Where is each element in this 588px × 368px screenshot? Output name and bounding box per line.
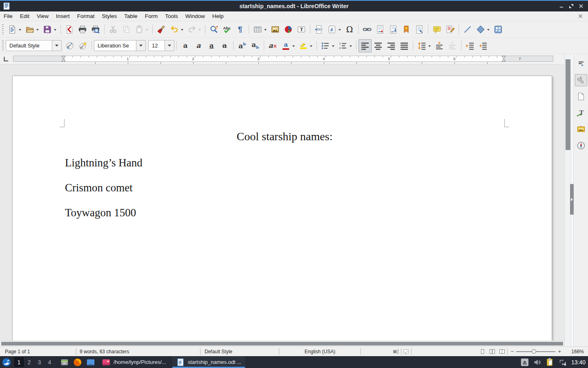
basic-shapes-dropdown[interactable] — [487, 29, 490, 32]
indent-increase-button[interactable] — [463, 39, 477, 52]
print-button[interactable] — [76, 23, 89, 36]
insert-cross-reference-button[interactable] — [413, 23, 426, 36]
print-preview-button[interactable] — [89, 23, 102, 36]
restore-icon[interactable] — [568, 3, 574, 9]
page-break-button[interactable] — [312, 23, 325, 36]
undo-button[interactable] — [168, 23, 185, 36]
page-number-status[interactable]: Page 1 of 1 — [0, 347, 76, 356]
track-changes-button[interactable] — [443, 23, 457, 36]
document-line[interactable]: Lightning’s Hand — [65, 157, 143, 169]
clipboard-icon[interactable] — [546, 358, 555, 367]
title-bar[interactable]: startship_names.odt - LibreOffice Writer — [0, 0, 588, 11]
insert-bookmark-button[interactable] — [400, 23, 413, 36]
font-size-dropdown[interactable] — [165, 40, 174, 51]
sidebar-hide-handle[interactable] — [570, 184, 574, 215]
font-color-dropdown[interactable] — [292, 45, 295, 48]
superscript-button[interactable]: ab — [236, 39, 249, 52]
align-right-button[interactable] — [385, 39, 398, 52]
indent-marker-icon[interactable] — [61, 56, 66, 62]
insert-footnote-button[interactable] — [374, 23, 387, 36]
right-indent-marker-icon[interactable] — [501, 56, 506, 62]
insert-chart-button[interactable] — [282, 23, 295, 36]
highlight-color-button[interactable] — [297, 39, 314, 52]
sidebar-settings-button[interactable] — [575, 58, 587, 70]
justify-button[interactable] — [398, 39, 411, 52]
italic-button[interactable]: a — [192, 39, 205, 52]
word-count-status[interactable]: 9 words, 63 characters — [76, 347, 200, 356]
save-button[interactable] — [41, 23, 58, 36]
tab-stop-selector-icon[interactable] — [3, 56, 9, 62]
eject-icon[interactable] — [520, 358, 529, 367]
menu-file[interactable]: File — [0, 12, 16, 20]
insert-comment-button[interactable] — [430, 23, 443, 36]
indent-decrease-button[interactable] — [477, 39, 490, 52]
font-name-dropdown[interactable] — [136, 40, 145, 51]
line-spacing-button[interactable] — [415, 39, 433, 52]
book-view-icon[interactable] — [497, 348, 507, 355]
subscript-button[interactable]: ab — [249, 39, 262, 52]
menu-help[interactable]: Help — [209, 12, 227, 20]
workspace-4[interactable]: 4 — [45, 357, 54, 367]
page-style-status[interactable]: Default Style — [200, 347, 279, 356]
workspace-3[interactable]: 3 — [35, 357, 44, 367]
spelling-button[interactable]: Abc — [220, 23, 234, 36]
font-size-combo[interactable]: 12 — [148, 40, 174, 51]
network-icon[interactable] — [558, 358, 567, 367]
menu-styles[interactable]: Styles — [98, 12, 121, 20]
zoom-in-icon[interactable]: + — [558, 348, 561, 355]
document-line[interactable]: Crismon comet — [65, 182, 133, 194]
toolbar-grip[interactable] — [2, 24, 4, 35]
multi-page-view-icon[interactable] — [488, 348, 497, 355]
insert-endnote-button[interactable] — [387, 23, 400, 36]
page-button[interactable] — [575, 90, 587, 103]
paragraph-style-combo[interactable]: Default Style — [6, 40, 62, 51]
export-pdf-button[interactable] — [63, 23, 76, 36]
document-title-line[interactable]: Cool starship names: — [65, 130, 504, 143]
zoom-out-icon[interactable]: − — [511, 348, 514, 355]
workspace-2[interactable]: 2 — [24, 357, 34, 367]
paragraph-style-dropdown[interactable] — [52, 40, 61, 51]
zoom-slider-knob[interactable] — [532, 349, 536, 354]
close-icon[interactable] — [578, 3, 584, 9]
insert-table-dropdown[interactable] — [264, 29, 267, 32]
font-name-combo[interactable]: Liberation Se — [94, 40, 146, 51]
update-style-button[interactable] — [63, 39, 76, 52]
display-icon[interactable] — [86, 357, 96, 367]
zoom-level[interactable]: 166% — [565, 349, 588, 355]
menu-format[interactable]: Format — [74, 12, 98, 20]
sidebar-splitter[interactable] — [571, 54, 573, 346]
line-spacing-dropdown[interactable] — [428, 45, 431, 48]
align-left-button[interactable] — [359, 39, 372, 52]
insert-hyperlink-button[interactable] — [361, 23, 374, 36]
numbered-list-dropdown[interactable] — [350, 45, 352, 48]
vertical-scrollbar-thumb[interactable] — [566, 59, 570, 150]
horizontal-ruler[interactable]: 1234567 — [0, 54, 564, 65]
bullet-list-button[interactable] — [319, 39, 336, 52]
insert-line-button[interactable] — [461, 23, 474, 36]
new-style-button[interactable] — [76, 39, 89, 52]
new-document-button[interactable] — [6, 23, 23, 36]
bullet-list-dropdown[interactable] — [332, 45, 334, 48]
taskbar-window-1[interactable]: /home/lynp/Pictures/... — [98, 356, 170, 368]
strikethrough-button[interactable]: a — [218, 39, 231, 52]
workspace-1[interactable]: 1 — [14, 357, 24, 367]
zoom-slider[interactable]: − + — [508, 348, 564, 355]
clear-formatting-button[interactable]: a× — [266, 39, 279, 52]
properties-button[interactable] — [575, 74, 587, 86]
minimize-icon[interactable] — [559, 3, 564, 9]
menu-window[interactable]: Window — [182, 12, 209, 20]
firefox-icon[interactable] — [73, 357, 82, 367]
menu-form[interactable]: Form — [141, 12, 162, 20]
gallery-button[interactable] — [575, 123, 587, 135]
open-dropdown[interactable] — [36, 29, 39, 32]
styles-button[interactable]: T — [575, 107, 587, 119]
horizontal-scrollbar[interactable] — [0, 341, 564, 346]
align-center-button[interactable] — [372, 39, 385, 52]
toolbar-grip[interactable] — [2, 40, 4, 51]
undo-dropdown[interactable] — [181, 29, 183, 32]
selection-mode-icon[interactable] — [401, 348, 411, 355]
insert-field-dropdown[interactable] — [339, 29, 341, 32]
document-line[interactable]: Toywagon 1500 — [65, 206, 136, 219]
insert-field-button[interactable]: # — [325, 23, 343, 36]
document-page[interactable]: Cool starship names: Lightning’s Hand Cr… — [12, 76, 552, 341]
